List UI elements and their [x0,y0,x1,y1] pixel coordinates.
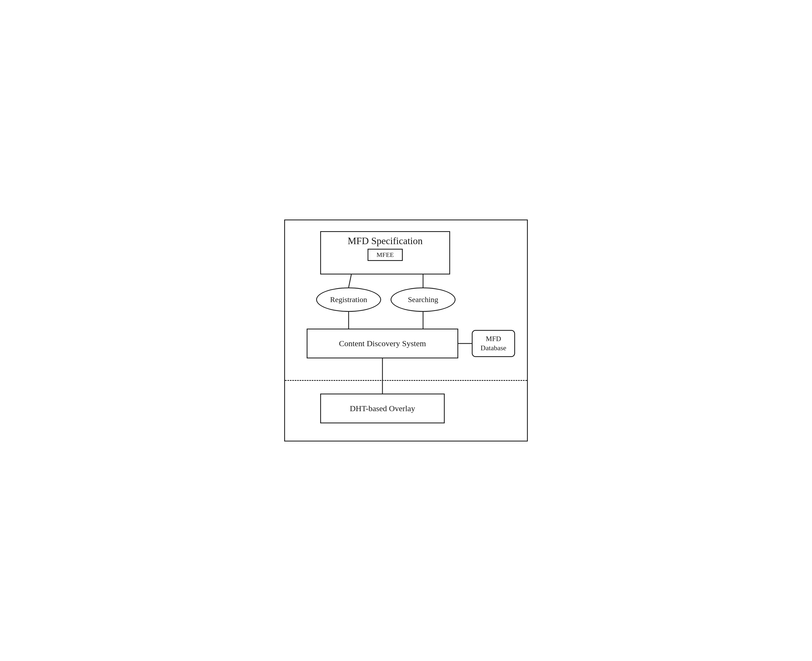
dht-box: DHT-based Overlay [320,394,445,423]
svg-line-0 [349,275,351,287]
mfee-label: MFEE [376,251,394,258]
cds-box: Content Discovery System [307,329,458,358]
mfd-spec-label: MFD Specification [348,235,423,247]
mfee-box: MFEE [368,249,403,261]
mfd-database-box: MFD Database [472,330,515,357]
registration-ellipse: Registration [316,287,381,312]
diagram-container: MFD Specification MFEE Registration Sear… [284,220,528,441]
registration-label: Registration [330,295,367,304]
searching-ellipse: Searching [391,287,456,312]
cds-label: Content Discovery System [339,339,426,348]
searching-label: Searching [408,295,438,304]
diagram-area: MFD Specification MFEE Registration Sear… [285,220,527,441]
mfd-database-label: MFD Database [480,334,506,353]
dashed-divider [285,380,527,381]
dht-label: DHT-based Overlay [350,404,415,413]
mfd-spec-box: MFD Specification MFEE [320,231,450,275]
